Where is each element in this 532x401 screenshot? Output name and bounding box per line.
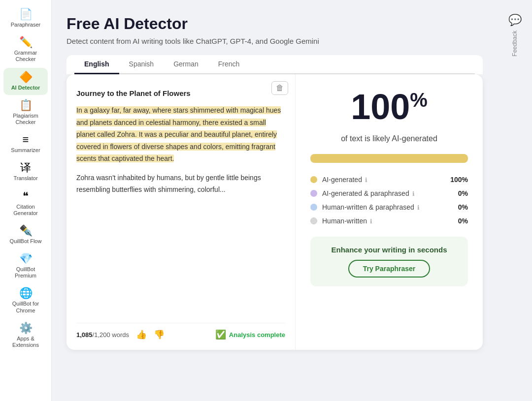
- ai-paraphrased-info: ℹ: [412, 190, 415, 197]
- ai-generated-info: ℹ: [365, 177, 367, 184]
- sidebar-item-label: QuillBot Flow: [10, 238, 42, 245]
- plagiarism-checker-icon: 📋: [19, 100, 33, 111]
- ai-paraphrased-dot: [310, 190, 317, 197]
- feedback-button[interactable]: 💬 Feedback: [504, 10, 526, 61]
- sidebar-item-quillbot-premium[interactable]: 💎 QuillBot Premium: [3, 249, 48, 283]
- tab-spanish[interactable]: Spanish: [119, 55, 164, 74]
- ai-paraphrased-label: AI-generated & paraphrased ℹ: [322, 189, 453, 197]
- breakdown-row-ai-generated: AI-generated ℹ 100%: [310, 176, 468, 184]
- sidebar-item-quillbot-chrome[interactable]: 🌐 QuillBot for Chrome: [3, 284, 48, 317]
- tab-english[interactable]: English: [74, 55, 119, 74]
- sidebar-item-label: Grammar Checker: [6, 50, 45, 62]
- page-title: Free AI Detector: [66, 15, 483, 33]
- sidebar-item-label: QuillBot for Chrome: [6, 301, 45, 313]
- sidebar-item-ai-detector[interactable]: 🔶 AI Detector: [3, 68, 48, 95]
- text-paragraph-2: Zohra wasn't inhabited by humans, but by…: [76, 172, 285, 196]
- result-label: of text is likely AI-generated: [310, 134, 468, 143]
- results-panel: 100% of text is likely AI-generated AI-g…: [296, 74, 483, 350]
- sidebar-item-paraphraser[interactable]: 📄 Paraphraser: [3, 5, 48, 32]
- thumbdown-button[interactable]: 👎: [154, 329, 165, 340]
- enhance-box: Enhance your writing in seconds Try Para…: [310, 237, 468, 286]
- human-written-pct: 0%: [458, 217, 468, 225]
- highlighted-text-1: In a galaxy far, far away, where stars s…: [76, 106, 281, 162]
- human-paraphrased-pct: 0%: [458, 203, 468, 211]
- enhance-title: Enhance your writing in seconds: [320, 246, 458, 254]
- human-written-dot: [310, 217, 317, 224]
- detector-card: 🗑 Journey to the Planet of Flowers In a …: [66, 74, 483, 350]
- sidebar: 📄 Paraphraser ✏️ Grammar Checker 🔶 AI De…: [0, 0, 52, 401]
- percent-display: 100%: [310, 89, 468, 124]
- ai-detector-icon: 🔶: [19, 72, 33, 83]
- analysis-status: ✅ Analysis complete: [215, 329, 285, 340]
- thumbup-button[interactable]: 👍: [136, 329, 147, 340]
- feedback-panel: 💬 Feedback: [498, 0, 532, 401]
- ai-generated-dot: [310, 176, 317, 183]
- sidebar-item-apps-extensions[interactable]: ⚙️ Apps & Extensions: [3, 319, 48, 352]
- language-tabs: EnglishSpanishGermanFrench: [74, 55, 475, 74]
- sidebar-item-label: Apps & Extensions: [6, 336, 45, 348]
- sidebar-item-label: Paraphraser: [11, 22, 41, 28]
- text-panel: 🗑 Journey to the Planet of Flowers In a …: [66, 74, 296, 350]
- translator-icon: 译: [20, 162, 31, 173]
- human-paraphrased-dot: [310, 204, 317, 211]
- breakdown-row-human-written: Human-written ℹ 0%: [310, 217, 468, 225]
- grammar-checker-icon: ✏️: [19, 37, 33, 48]
- sidebar-item-translator[interactable]: 译 Translator: [3, 158, 48, 185]
- clear-button[interactable]: 🗑: [271, 81, 288, 95]
- feedback-icon: 💬: [508, 14, 522, 27]
- human-written-label: Human-written ℹ: [322, 217, 453, 225]
- sidebar-item-label: Summarizer: [11, 147, 40, 154]
- tab-german[interactable]: German: [164, 55, 208, 74]
- tab-french[interactable]: French: [208, 55, 250, 74]
- main-content: Free AI Detector Detect content from AI …: [52, 0, 498, 401]
- progress-bar: [310, 154, 468, 163]
- progress-bar-fill: [310, 154, 468, 163]
- human-paraphrased-info: ℹ: [417, 204, 420, 211]
- check-icon: ✅: [215, 329, 226, 340]
- human-paraphrased-label: Human-written & paraphrased ℹ: [322, 203, 453, 211]
- sidebar-item-summarizer[interactable]: ≡ Summarizer: [3, 130, 48, 157]
- language-tabs-wrapper: EnglishSpanishGermanFrench: [66, 55, 483, 74]
- quillbot-flow-icon: ✒️: [19, 225, 33, 236]
- feedback-label: Feedback: [511, 31, 518, 57]
- text-paragraph-1: In a galaxy far, far away, where stars s…: [76, 104, 285, 165]
- sidebar-item-plagiarism-checker[interactable]: 📋 Plagiarism Checker: [3, 96, 48, 129]
- ai-generated-label: AI-generated ℹ: [322, 176, 445, 184]
- try-paraphraser-button[interactable]: Try Paraphraser: [348, 260, 431, 278]
- apps-extensions-icon: ⚙️: [19, 323, 33, 334]
- breakdown-row-ai-paraphrased: AI-generated & paraphrased ℹ 0%: [310, 189, 468, 197]
- citation-generator-icon: ❝: [23, 191, 29, 202]
- ai-generated-pct: 100%: [450, 176, 468, 184]
- sidebar-item-citation-generator[interactable]: ❝ Citation Generator: [3, 187, 48, 220]
- word-count-bar: 1,085/1,200 words 👍 👎 ✅ Analysis complet…: [76, 323, 285, 340]
- sidebar-item-label: Citation Generator: [6, 204, 45, 216]
- breakdown-list: AI-generated ℹ 100% AI-generated & parap…: [310, 176, 468, 225]
- percent-value: 100%: [351, 87, 428, 126]
- sidebar-item-label: Translator: [13, 175, 37, 182]
- sidebar-item-label: Plagiarism Checker: [6, 113, 45, 125]
- page-subtitle: Detect content from AI writing tools lik…: [66, 37, 483, 45]
- quillbot-premium-icon: 💎: [19, 253, 33, 264]
- breakdown-row-human-paraphrased: Human-written & paraphrased ℹ 0%: [310, 203, 468, 211]
- sidebar-item-quillbot-flow[interactable]: ✒️ QuillBot Flow: [3, 221, 48, 248]
- human-written-info: ℹ: [370, 218, 372, 225]
- text-content: Journey to the Planet of Flowers In a ga…: [76, 84, 285, 318]
- sidebar-item-label: AI Detector: [11, 85, 40, 91]
- paraphraser-icon: 📄: [19, 9, 33, 20]
- word-count: 1,085/1,200 words: [76, 331, 129, 339]
- sidebar-item-grammar-checker[interactable]: ✏️ Grammar Checker: [3, 33, 48, 66]
- ai-paraphrased-pct: 0%: [458, 189, 468, 197]
- text-title: Journey to the Planet of Flowers: [76, 89, 285, 97]
- quillbot-chrome-icon: 🌐: [19, 288, 33, 299]
- summarizer-icon: ≡: [23, 134, 29, 145]
- sidebar-item-label: QuillBot Premium: [6, 266, 45, 279]
